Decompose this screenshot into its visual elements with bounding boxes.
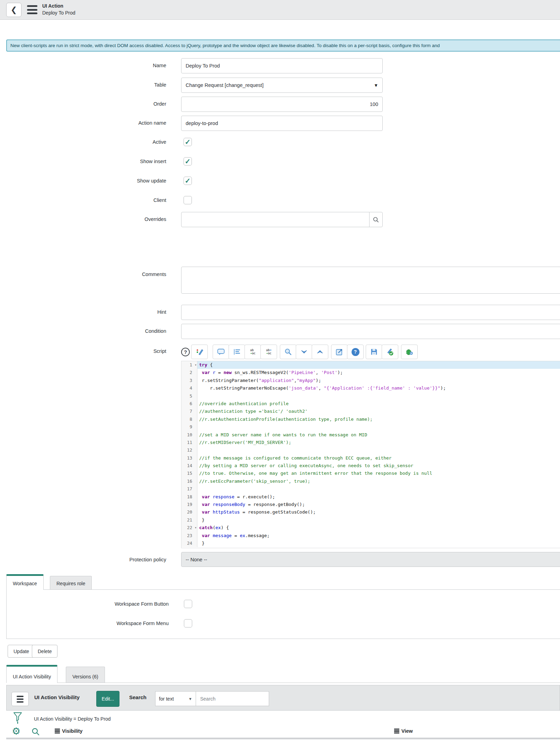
code-line[interactable]: 5 <box>181 392 560 400</box>
condition-input[interactable] <box>181 324 560 339</box>
code-line[interactable]: 7//authentication type ='basic'/ 'oauth2… <box>181 408 560 415</box>
order-label: Order <box>7 101 166 107</box>
show-update-checkbox[interactable]: ✓ <box>184 177 192 185</box>
code-text <box>197 392 560 400</box>
tab-ui-action-visibility[interactable]: UI Action Visibility <box>6 665 57 683</box>
format-code-button[interactable] <box>229 345 245 359</box>
search-mode-value: for text <box>159 696 174 702</box>
line-number: 13 <box>181 454 197 462</box>
delete-button[interactable]: Delete <box>32 645 57 658</box>
code-text: var r = new sn_ws.RESTMessageV2('PipeLin… <box>197 369 560 376</box>
client-checkbox[interactable] <box>184 196 192 204</box>
code-text: var message = ex.message; <box>197 532 560 540</box>
code-line[interactable]: 1▾try { <box>181 361 560 369</box>
code-line[interactable]: 22▾catch(ex) { <box>181 524 560 532</box>
replace-button[interactable]: ab ➜ac <box>245 345 261 359</box>
list-filter-breadcrumb[interactable]: UI Action Visibility = Deploy To Prod <box>34 716 111 722</box>
record-title: Deploy To Prod <box>42 10 75 16</box>
name-input[interactable] <box>181 58 383 73</box>
code-line[interactable]: 9 <box>181 423 560 431</box>
code-line[interactable]: 4 r.setStringParameterNoEscape('json_dat… <box>181 384 560 392</box>
code-text <box>197 423 560 431</box>
debug-button[interactable] <box>401 345 418 359</box>
code-line[interactable]: 19 var responseBody = response.getBody()… <box>181 501 560 508</box>
edit-button[interactable]: Edit... <box>96 691 119 707</box>
code-line[interactable]: 20 var httpStatus = response.getStatusCo… <box>181 508 560 516</box>
workspace-form-button-checkbox[interactable] <box>184 600 192 608</box>
code-line[interactable]: 11//r.setMIDServer('MY_MID_SERVER'); <box>181 439 560 446</box>
line-number: 22▾ <box>181 524 197 532</box>
code-line[interactable]: 23 var message = ex.message; <box>181 532 560 540</box>
show-insert-label: Show insert <box>7 159 166 164</box>
overrides-lookup-button[interactable] <box>369 212 382 227</box>
save-button[interactable] <box>366 345 382 359</box>
code-line[interactable]: 14//by setting a MID server or calling e… <box>181 462 560 470</box>
code-line[interactable]: 18 var response = r.execute(); <box>181 493 560 501</box>
table-select[interactable]: Change Request [change_request] ▼ <box>181 78 383 93</box>
action-name-label: Action name <box>7 120 166 126</box>
comments-textarea[interactable] <box>181 267 560 294</box>
list-context-menu-icon[interactable] <box>11 692 29 706</box>
column-header-visibility[interactable]: Visibility <box>55 728 82 734</box>
protection-policy-select[interactable]: -- None -- <box>181 552 560 567</box>
search-mode-select[interactable]: for text ▼ <box>155 691 196 706</box>
code-text: } <box>197 540 560 547</box>
code-line[interactable]: 15//to true. Otherwise, one may get an i… <box>181 470 560 477</box>
line-number: 18 <box>181 493 197 501</box>
script-code-editor[interactable]: 1▾try {2 var r = new sn_ws.RESTMessageV2… <box>181 361 560 548</box>
code-line[interactable]: 21 } <box>181 516 560 524</box>
client-label: Client <box>7 197 166 203</box>
list-search-input[interactable] <box>196 691 269 706</box>
order-input[interactable] <box>181 97 383 112</box>
code-line[interactable]: 13//if the message is configured to comm… <box>181 454 560 462</box>
help-button[interactable]: ? <box>347 345 364 359</box>
workspace-form-menu-label: Workspace Form Menu <box>7 621 169 626</box>
field-help-icon[interactable]: ? <box>181 348 190 356</box>
toggle-comment-button[interactable] <box>213 345 229 359</box>
find-previous-button[interactable] <box>312 345 328 359</box>
column-header-view[interactable]: View <box>394 728 413 734</box>
filter-funnel-icon[interactable] <box>13 712 22 724</box>
code-line[interactable]: 17 <box>181 485 560 493</box>
code-fold-icon[interactable]: ▾ <box>195 524 197 532</box>
replace-icon: ab ➜ac <box>250 349 255 355</box>
list-personalize-gear-icon[interactable]: ⚙ <box>12 727 20 736</box>
code-text: r.setStringParameter("application","myAp… <box>197 377 560 384</box>
tab-workspace[interactable]: Workspace <box>6 574 44 590</box>
hint-input[interactable] <box>181 305 560 320</box>
code-line[interactable]: 24 } <box>181 540 560 547</box>
debug-bug-icon <box>405 348 414 356</box>
find-next-button[interactable] <box>296 345 312 359</box>
syntax-editor-button[interactable] <box>191 345 208 359</box>
protection-policy-value: -- None -- <box>186 557 207 562</box>
back-button[interactable]: ❮ <box>6 3 21 17</box>
code-line[interactable]: 2 var r = new sn_ws.RESTMessageV2('PipeL… <box>181 369 560 376</box>
code-line[interactable]: 3 r.setStringParameter("application","my… <box>181 377 560 384</box>
code-fold-icon[interactable]: ▾ <box>195 361 197 369</box>
code-line[interactable]: 10//set a MID server name if one wants t… <box>181 431 560 439</box>
active-checkbox[interactable]: ✓ <box>184 138 192 146</box>
update-button[interactable]: Update <box>8 645 35 658</box>
show-insert-checkbox[interactable]: ✓ <box>184 157 192 166</box>
line-number: 4 <box>181 384 197 392</box>
column-menu-icon[interactable] <box>55 729 60 734</box>
action-name-input[interactable] <box>181 116 383 131</box>
code-line[interactable]: 8//r.setAuthenticationProfile(authentica… <box>181 416 560 423</box>
tab-versions[interactable]: Versions (6) <box>66 667 105 683</box>
line-number: 17 <box>181 485 197 493</box>
code-line[interactable]: 16//r.setEccParameter('skip_sensor', tru… <box>181 478 560 485</box>
tab-requires-role[interactable]: Requires role <box>50 576 92 590</box>
code-line[interactable]: 6//override authentication profile <box>181 400 560 408</box>
column-menu-icon[interactable] <box>394 729 399 734</box>
replace-all-button[interactable]: ab≡ ➜ac <box>260 345 277 359</box>
context-menu-icon[interactable] <box>27 5 37 14</box>
chevron-down-icon: ▼ <box>188 697 192 701</box>
syntax-check-button[interactable] <box>382 345 398 359</box>
find-button[interactable] <box>280 345 296 359</box>
overrides-input[interactable] <box>181 212 369 227</box>
open-in-new-window-button[interactable] <box>331 345 348 359</box>
list-search-icon[interactable] <box>31 727 40 736</box>
line-number: 2 <box>181 369 197 376</box>
workspace-form-menu-checkbox[interactable] <box>184 619 192 627</box>
code-line[interactable]: 12 <box>181 446 560 454</box>
